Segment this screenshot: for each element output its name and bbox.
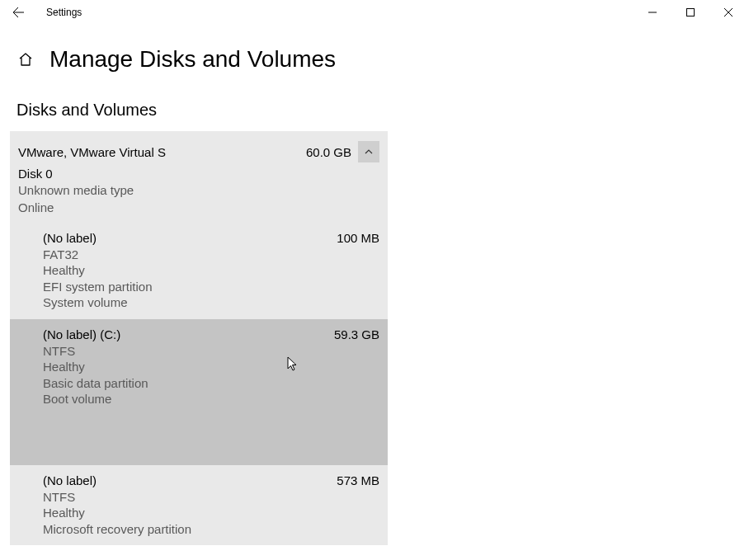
volume-role: System volume <box>43 294 379 311</box>
svg-rect-0 <box>687 9 695 16</box>
volume-name: (No label) <box>43 231 337 245</box>
disk-id: Disk 0 <box>18 166 379 182</box>
minimize-icon <box>648 8 657 16</box>
home-button[interactable] <box>16 50 35 68</box>
volume-size: 100 MB <box>337 231 379 245</box>
volume-row[interactable]: (No label) 100 MB FAT32 Healthy EFI syst… <box>10 223 388 319</box>
volume-size: 573 MB <box>337 473 379 487</box>
back-arrow-icon <box>12 6 25 19</box>
volume-filesystem: NTFS <box>43 343 379 360</box>
volume-type: Basic data partition <box>43 375 379 392</box>
volume-health: Healthy <box>43 505 379 521</box>
volume-type: Microsoft recovery partition <box>43 521 379 538</box>
volume-filesystem: NTFS <box>43 489 379 506</box>
titlebar: Settings <box>0 0 749 25</box>
volume-health: Healthy <box>43 359 379 375</box>
home-icon <box>17 51 34 68</box>
volume-type: EFI system partition <box>43 279 379 295</box>
page-title: Manage Disks and Volumes <box>49 46 336 73</box>
volume-role: Boot volume <box>43 391 379 407</box>
close-icon <box>724 8 733 16</box>
disk-row[interactable]: VMware, VMware Virtual S 60.0 GB Disk 0 … <box>10 131 388 223</box>
volume-filesystem: FAT32 <box>43 247 379 263</box>
disk-status: Online <box>18 200 379 216</box>
section-heading: Disks and Volumes <box>16 101 749 120</box>
maximize-icon <box>686 8 695 16</box>
back-button[interactable] <box>2 0 35 25</box>
collapse-button[interactable] <box>358 141 379 162</box>
volume-row[interactable]: (No label) (C:) 59.3 GB NTFS Healthy Bas… <box>10 319 388 465</box>
disk-size: 60.0 GB <box>306 145 351 159</box>
volume-size: 59.3 GB <box>334 327 379 341</box>
disks-panel: VMware, VMware Virtual S 60.0 GB Disk 0 … <box>10 131 388 545</box>
disk-media-type: Unknown media type <box>18 182 379 199</box>
volume-row[interactable]: (No label) 573 MB NTFS Healthy Microsoft… <box>10 465 388 546</box>
volume-name: (No label) <box>43 473 337 487</box>
disk-name: VMware, VMware Virtual S <box>18 145 306 159</box>
minimize-button[interactable] <box>634 0 671 25</box>
close-button[interactable] <box>709 0 747 25</box>
page-header: Manage Disks and Volumes <box>0 25 749 73</box>
window-title: Settings <box>46 7 82 18</box>
volume-health: Healthy <box>43 262 379 279</box>
maximize-button[interactable] <box>671 0 709 25</box>
volume-name: (No label) (C:) <box>43 327 334 341</box>
chevron-up-icon <box>364 147 374 157</box>
